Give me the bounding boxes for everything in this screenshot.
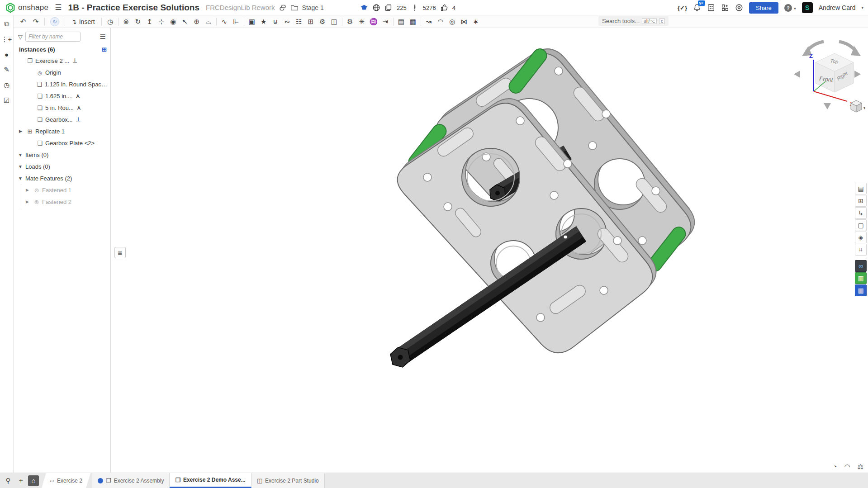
interference-tool[interactable]: ⋈ (458, 16, 470, 27)
group-tool[interactable]: ▣ (246, 16, 258, 27)
tree-item-exercise-2[interactable]: ▶ Exercise 2 ... (14, 55, 110, 66)
tape-measure-icon[interactable]: ◔ (833, 463, 837, 471)
workspace-label[interactable]: Stage 1 (302, 4, 324, 11)
mate-connector-point[interactable] (564, 235, 567, 239)
tree-item-gearbox-plate-2[interactable]: ▶ Gearbox Plate <2> (14, 137, 110, 149)
tree-item-replicate-1[interactable]: ▶ Replicate 1 (14, 125, 110, 137)
gear-relation-tool[interactable]: ⚙ (317, 16, 328, 27)
copies-icon[interactable] (384, 4, 393, 12)
ball-mate-tool[interactable]: ◉ (167, 16, 179, 27)
selection-panel-icon[interactable]: ▢ (855, 219, 867, 231)
hamburger-menu-icon[interactable]: ☰ (52, 3, 64, 12)
rack-tool[interactable]: ♒ (368, 16, 379, 27)
motion-gears-tool[interactable]: ⚙ (344, 16, 356, 27)
tree-item-gearbox[interactable]: ▶ Gearbox... (14, 114, 110, 125)
mate-features-section-header[interactable]: ▼ Mate Features (2) (14, 172, 110, 184)
help-menu[interactable]: ? ▾ (784, 4, 796, 12)
mass-properties-icon[interactable]: ⚖ (858, 463, 863, 471)
rotate-right-arrow[interactable] (854, 71, 861, 78)
feature-script-icon[interactable]: {✓} (678, 5, 687, 11)
protractor-icon[interactable]: ◠ (844, 463, 850, 471)
tree-item-1-625-in[interactable]: ▶ 1.625 in.... (14, 90, 110, 102)
add-tab-button[interactable]: ＋ (15, 475, 26, 486)
apps-grid-icon[interactable] (721, 4, 729, 12)
revolute-mate-tool[interactable]: ↻ (132, 16, 144, 27)
bom-tool[interactable]: ▤ (395, 16, 407, 27)
onshape-logo[interactable]: onshape (5, 3, 48, 13)
chevron-right-icon[interactable]: ▶ (26, 188, 32, 192)
insert-button[interactable]: ↴ Insert (68, 17, 99, 26)
search-tools[interactable]: Search tools... alt/⌥ c (598, 16, 669, 26)
versions-icon[interactable]: ⋮+ (1, 35, 12, 43)
filter-input[interactable] (25, 32, 81, 42)
home-button[interactable]: ⌂ (28, 475, 39, 486)
mate-tool[interactable]: ⊜ (120, 16, 132, 27)
material-panel-icon[interactable]: ◈ (855, 232, 867, 243)
star-feature-tool[interactable]: ★ (258, 16, 270, 27)
search-tabs-button[interactable]: ⚲ (3, 475, 14, 486)
cylindrical-mate-tool[interactable]: ⊕ (191, 16, 203, 27)
loads-section-header[interactable]: ▼ Loads (0) (14, 161, 110, 172)
undo-button[interactable]: ↶ (17, 16, 29, 27)
chevron-right-icon[interactable]: ▶ (26, 199, 32, 204)
items-section-header[interactable]: ▼ Items (0) (14, 149, 110, 161)
mate-item-fastened-1[interactable]: ▶ Fastened 1 (21, 184, 110, 196)
view-cube[interactable]: Top Front Right Z X ▾ (788, 34, 865, 114)
named-positions-tool[interactable]: ◷ (104, 16, 116, 27)
notifications-button[interactable]: 9+ (693, 4, 701, 12)
chevron-right-icon[interactable]: ▶ (19, 129, 25, 133)
configurations-panel-icon[interactable]: ⊞ (855, 195, 867, 207)
sync-icon[interactable]: ↻ (50, 17, 59, 26)
redo-button[interactable]: ↷ (30, 16, 42, 27)
tab-exercise-2-demo-assembly[interactable]: Exercise 2 Demo Asse... (170, 473, 251, 488)
pin-slot-mate-tool[interactable]: ↖ (179, 16, 191, 27)
slider-mate-tool[interactable]: ↥ (144, 16, 156, 27)
comments-icon[interactable]: ● (1, 51, 12, 58)
mate-item-fastened-2[interactable]: ▶ Fastened 2 (21, 196, 110, 208)
subassembly-tool[interactable]: ∾ (281, 16, 293, 27)
assembly-structure-icon[interactable]: ⧉ (1, 20, 12, 28)
document-panel-icon[interactable]: ▤ (855, 183, 867, 194)
in-context-tool[interactable]: ☷ (293, 16, 305, 27)
history-icon[interactable]: ◷ (1, 81, 12, 89)
export-tool[interactable]: ⇥ (379, 16, 391, 27)
tab-exercise-2-assembly[interactable]: Exercise 2 Assembly (92, 473, 170, 488)
part-list-panel-icon[interactable]: ↳ (855, 207, 867, 219)
exploded-view-tool[interactable]: ◫ (328, 16, 340, 27)
parallel-mate-tool[interactable]: ⌓ (203, 16, 214, 27)
planar-mate-tool[interactable]: ⊹ (156, 16, 167, 27)
rotate-left-arrow[interactable] (794, 71, 800, 78)
rotate-down-arrow[interactable] (824, 103, 831, 109)
graphics-viewport[interactable]: Top Front Right Z X ▾ ≣ ▤⊞↳▢◈⌗∞▥▥ ◔◠⚖ (111, 28, 868, 473)
list-view-icon[interactable]: ☰ (100, 33, 107, 41)
green-app-panel-icon[interactable]: ▥ (855, 272, 867, 284)
custom-app-panel-icon[interactable]: ∞ (855, 260, 867, 272)
sheet-add-tool[interactable]: ▦ (407, 16, 419, 27)
checklist-icon[interactable]: ☑ (1, 96, 12, 104)
assembly-3d-view[interactable] (111, 28, 868, 473)
tab-exercise-2-part-studio[interactable]: Exercise 2 Part Studio (251, 473, 325, 488)
tangent-mate-tool[interactable]: ∿ (218, 16, 230, 27)
appearance-tool[interactable]: ◎ (446, 16, 458, 27)
spline-tool[interactable]: ↝ (423, 16, 435, 27)
filter-icon[interactable]: ▽ (18, 33, 23, 40)
section-view-tool[interactable]: ◠ (435, 16, 446, 27)
mate-relation-tool[interactable]: ⊫ (230, 16, 242, 27)
explode-lines-tool[interactable]: ∗ (470, 16, 482, 27)
avatar[interactable]: S (802, 2, 813, 13)
tree-item-5-in-round[interactable]: ▶ 5 in. Rou... (14, 102, 110, 114)
tab-exercise-2[interactable]: Exercise 2 (42, 473, 90, 488)
view-mode-cube-icon[interactable] (851, 100, 862, 112)
configuration-tool[interactable]: ✳ (356, 16, 368, 27)
public-globe-icon[interactable] (372, 4, 380, 12)
education-icon[interactable] (360, 4, 368, 12)
view-mode-caret-icon[interactable]: ▾ (863, 105, 865, 110)
pattern-tool[interactable]: ⊞ (305, 16, 317, 27)
user-menu-caret-icon[interactable]: ▾ (861, 5, 863, 10)
replicate-tool[interactable]: ⊍ (270, 16, 281, 27)
tree-item-round-spacer-1-125[interactable]: ▶ 1.125 in. Round Space... (14, 78, 110, 90)
notes-icon[interactable]: ✎ (1, 66, 12, 74)
tasks-icon[interactable] (707, 4, 715, 12)
rename-panel-icon[interactable]: ⌗ (855, 244, 867, 256)
ai-assistant-icon[interactable] (735, 4, 743, 12)
